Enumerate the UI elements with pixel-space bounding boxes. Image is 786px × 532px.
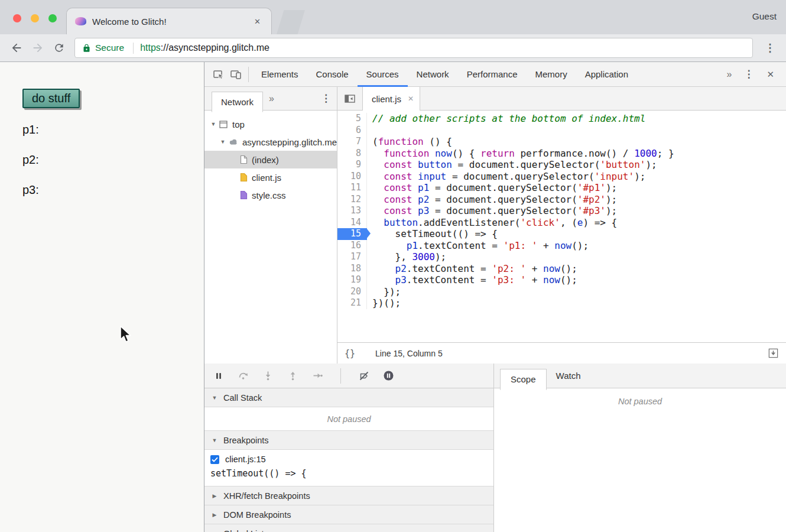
tree-item-origin[interactable]: ▼ asyncstepping.glitch.me	[204, 133, 337, 151]
breakpoint-location-label[interactable]: client.js:15	[225, 455, 266, 464]
line-number[interactable]: 5	[337, 113, 367, 125]
line-number[interactable]: 13	[337, 205, 367, 217]
scope-tab-bar: Scope Watch	[494, 364, 786, 388]
tree-item-index[interactable]: (index)	[204, 151, 337, 168]
tab-memory[interactable]: Memory	[527, 62, 576, 87]
line-number[interactable]: 18	[337, 263, 367, 275]
line-number[interactable]: 21	[337, 297, 367, 309]
collapse-triangle-icon: ▼	[210, 437, 219, 443]
deactivate-breakpoints-icon	[359, 371, 369, 381]
check-icon	[212, 457, 218, 462]
lock-icon[interactable]	[82, 44, 91, 53]
line-number[interactable]: 17	[337, 251, 367, 263]
browser-tab[interactable]: Welcome to Glitch! ✕	[66, 8, 272, 34]
devtools-close-icon[interactable]: ✕	[759, 69, 781, 80]
tree-label-top: top	[232, 119, 245, 129]
back-icon	[10, 41, 23, 54]
pause-on-exceptions-button[interactable]	[383, 370, 394, 381]
tab-watch[interactable]: Watch	[547, 371, 590, 381]
address-bar[interactable]: Secure https://asyncstepping.glitch.me	[74, 38, 753, 58]
new-tab-button[interactable]	[277, 10, 305, 34]
breakpoint-line-number[interactable]: 15	[337, 228, 367, 240]
navigator-tab-network[interactable]: Network	[212, 92, 263, 112]
tab-elements[interactable]: Elements	[252, 62, 307, 87]
tab-network[interactable]: Network	[408, 62, 458, 87]
devtools-menu-icon[interactable]: ⋮	[738, 68, 759, 80]
dom-breakpoints-header[interactable]: ▶ DOM Breakpoints	[204, 505, 493, 524]
global-listeners-header[interactable]: ▶ Global Listeners	[204, 524, 493, 532]
tab-sources[interactable]: Sources	[358, 62, 408, 87]
breakpoints-header[interactable]: ▼ Breakpoints	[204, 431, 493, 450]
tree-item-clientjs[interactable]: client.js	[204, 168, 337, 186]
device-toolbar-button[interactable]	[227, 66, 245, 83]
file-icon	[240, 155, 248, 164]
pause-icon	[214, 371, 223, 381]
expand-drawer-button[interactable]	[768, 348, 779, 359]
navigator-more-tabs-icon[interactable]: »	[263, 93, 280, 104]
browser-menu-icon[interactable]: ⋮	[760, 41, 780, 54]
reload-button[interactable]	[50, 39, 68, 57]
step-button[interactable]	[312, 370, 323, 381]
editor-tab-close-icon[interactable]: ✕	[408, 95, 414, 103]
line-number[interactable]: 14	[337, 217, 367, 229]
code-area[interactable]: 5// add other scripts at the bottom of i…	[337, 111, 786, 342]
call-stack-message: Not paused	[204, 407, 493, 431]
step-out-icon	[287, 370, 298, 381]
toggle-navigator-button[interactable]	[337, 93, 362, 105]
close-window-button[interactable]	[13, 14, 21, 22]
line-number[interactable]: 11	[337, 182, 367, 194]
tree-item-stylecss[interactable]: style.css	[204, 186, 337, 204]
secure-label: Secure	[95, 43, 124, 53]
tree-item-top[interactable]: ▼ top	[204, 115, 337, 133]
step-into-button[interactable]	[262, 370, 274, 381]
code-line: 19 p3.textContent = 'p3: ' + now();	[337, 274, 786, 286]
line-number[interactable]: 7	[337, 136, 367, 148]
collapse-triangle-icon[interactable]: ▼	[209, 121, 217, 127]
content-area: do stuff p1: p2: p3:	[0, 62, 786, 532]
zoom-window-button[interactable]	[48, 14, 57, 22]
forward-button[interactable]	[29, 39, 47, 57]
line-number[interactable]: 6	[337, 125, 367, 137]
pretty-print-icon[interactable]: {}	[345, 348, 355, 359]
step-out-button[interactable]	[287, 370, 298, 381]
line-number[interactable]: 12	[337, 194, 367, 206]
line-number[interactable]: 19	[337, 274, 367, 286]
browser-window: Welcome to Glitch! ✕ Guest Secure https:…	[0, 0, 786, 532]
call-stack-header[interactable]: ▼ Call Stack	[204, 388, 493, 407]
pause-script-button[interactable]	[213, 370, 224, 381]
toolbar-divider	[248, 67, 249, 82]
editor-tab-clientjs[interactable]: client.js ✕	[362, 87, 420, 111]
collapse-triangle-icon[interactable]: ▼	[219, 139, 227, 145]
xhr-breakpoints-header[interactable]: ▶ XHR/fetch Breakpoints	[204, 486, 493, 505]
inspect-element-button[interactable]	[209, 66, 227, 83]
p2-text: p2:	[22, 153, 39, 167]
back-button[interactable]	[8, 39, 25, 57]
css-file-icon	[240, 190, 248, 200]
debugger-toolbar	[204, 364, 493, 388]
more-tabs-icon[interactable]: »	[721, 69, 738, 80]
minimize-window-button[interactable]	[31, 14, 39, 22]
breakpoint-checkbox[interactable]	[210, 455, 219, 464]
tab-title: Welcome to Glitch!	[92, 17, 252, 27]
breakpoint-code-preview[interactable]: setTimeout(() => {	[210, 468, 488, 479]
tab-close-icon[interactable]: ✕	[252, 16, 263, 27]
profile-label[interactable]: Guest	[752, 11, 777, 22]
tab-performance[interactable]: Performance	[458, 62, 527, 87]
step-over-button[interactable]	[238, 370, 249, 381]
navigator-menu-icon[interactable]: ⋮	[315, 92, 337, 105]
line-number[interactable]: 10	[337, 171, 367, 183]
tab-application[interactable]: Application	[576, 62, 637, 87]
line-number[interactable]: 8	[337, 148, 367, 160]
cursor-position-label: Line 15, Column 5	[375, 349, 443, 358]
line-number[interactable]: 20	[337, 286, 367, 298]
do-stuff-button[interactable]: do stuff	[22, 89, 80, 108]
breakpoint-entry[interactable]: client.js:15 setTimeout(() => {	[204, 450, 493, 486]
tab-scope[interactable]: Scope	[500, 369, 547, 390]
step-into-icon	[262, 370, 274, 381]
tab-console[interactable]: Console	[307, 62, 358, 87]
deactivate-breakpoints-button[interactable]	[358, 370, 369, 381]
line-number[interactable]: 9	[337, 159, 367, 171]
forward-icon	[31, 41, 44, 54]
line-number[interactable]: 16	[337, 240, 367, 252]
editor-status-bar: {} Line 15, Column 5	[337, 342, 786, 364]
